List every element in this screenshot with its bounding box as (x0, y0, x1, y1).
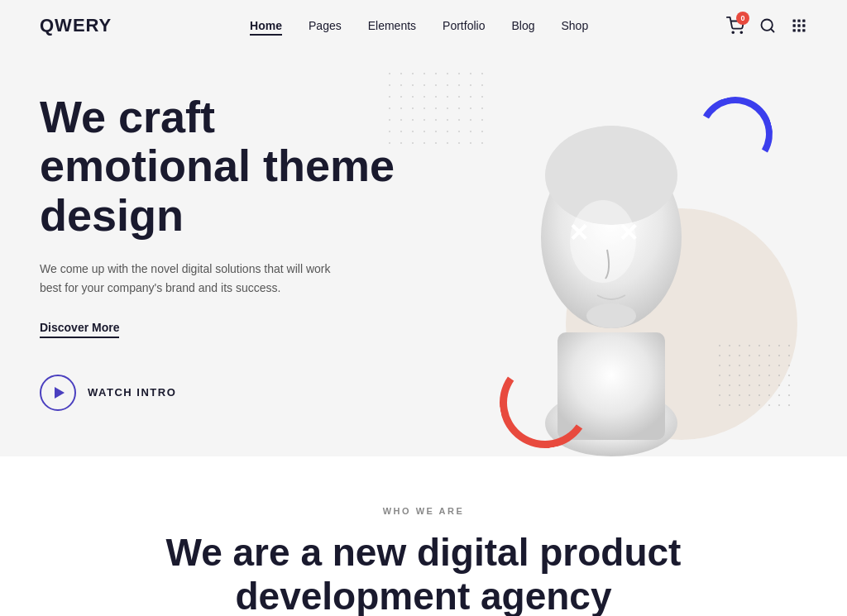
svg-rect-4 (792, 20, 795, 22)
cart-badge: 0 (736, 12, 749, 25)
svg-rect-11 (797, 29, 800, 31)
svg-rect-9 (802, 24, 805, 26)
svg-rect-6 (802, 20, 805, 22)
nav-item-portfolio[interactable]: Portfolio (443, 18, 485, 33)
watch-intro-label: WATCH INTRO (88, 386, 176, 399)
x-mark-left: ✕ (568, 219, 589, 246)
nav-menu: Home Pages Elements Portfolio Blog Shop (250, 18, 588, 33)
play-icon (55, 387, 65, 399)
nav-item-blog[interactable]: Blog (511, 18, 534, 33)
svg-line-3 (771, 29, 774, 32)
hero-section: We craft emotional theme design We come … (0, 51, 847, 456)
svg-point-0 (732, 31, 734, 33)
cart-button[interactable]: 0 (726, 17, 744, 35)
watch-intro-button[interactable]: WATCH INTRO (40, 375, 437, 411)
svg-rect-5 (797, 20, 800, 22)
nav-item-shop[interactable]: Shop (561, 18, 588, 33)
navbar: QWERY Home Pages Elements Portfolio Blog… (0, 0, 847, 51)
svg-rect-7 (792, 24, 795, 26)
grid-icon (791, 17, 807, 34)
svg-point-18 (586, 303, 636, 328)
x-mark-right: ✕ (618, 219, 639, 246)
search-button[interactable] (759, 17, 776, 34)
discover-more-link[interactable]: Discover More (40, 321, 119, 338)
hero-subtitle: We come up with the novel digital soluti… (40, 260, 337, 297)
svg-point-1 (740, 31, 742, 33)
svg-rect-8 (797, 24, 800, 26)
who-section-title: We are a new digital product development… (134, 531, 713, 616)
nav-item-elements[interactable]: Elements (368, 18, 416, 33)
who-section: WHO WE ARE We are a new digital product … (0, 456, 847, 616)
nav-item-pages[interactable]: Pages (309, 18, 342, 33)
navbar-icons: 0 (726, 17, 807, 35)
search-icon (759, 17, 776, 34)
grid-menu-button[interactable] (791, 17, 807, 34)
who-section-label: WHO WE ARE (40, 506, 807, 516)
hero-title: We craft emotional theme design (40, 93, 437, 240)
svg-rect-10 (792, 29, 795, 31)
svg-rect-12 (802, 29, 805, 31)
play-circle (40, 375, 76, 411)
hero-content: We craft emotional theme design We come … (40, 76, 437, 411)
brand-logo[interactable]: QWERY (40, 15, 112, 36)
nav-item-home[interactable]: Home (250, 18, 282, 33)
